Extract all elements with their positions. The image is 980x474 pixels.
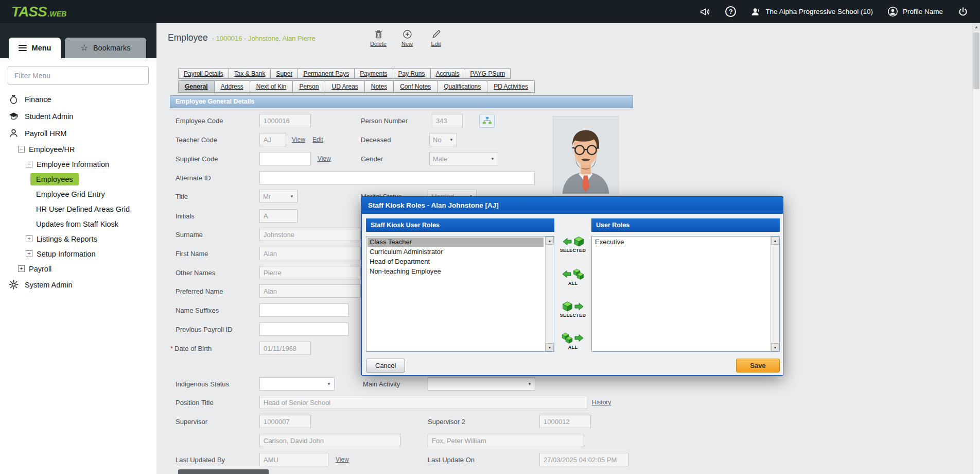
previous-payroll-id-input[interactable] bbox=[259, 323, 348, 336]
tab-pay-runs[interactable]: Pay Runs bbox=[393, 68, 431, 79]
expand-icon[interactable]: + bbox=[26, 250, 32, 257]
list-item-curriculum-administrator[interactable]: Curriculum Administrator bbox=[367, 247, 544, 257]
position-title-history-link[interactable]: History bbox=[592, 396, 611, 410]
listbox-scrollbar[interactable]: ▲ ▼ bbox=[771, 236, 779, 351]
supplier-code-view-link[interactable]: View bbox=[318, 152, 331, 166]
edit-button[interactable]: Edit bbox=[424, 29, 448, 47]
deceased-select[interactable]: No▼ bbox=[429, 133, 457, 146]
sidebar-item-setup-information[interactable]: + Setup Information bbox=[0, 246, 156, 261]
last-updated-by-view-link[interactable]: View bbox=[336, 453, 349, 467]
sidebar-item-employees[interactable]: Employees bbox=[0, 172, 156, 187]
tab-tax-bank[interactable]: Tax & Bank bbox=[229, 68, 271, 79]
sidebar-item-finance[interactable]: Finance bbox=[0, 91, 156, 108]
vertical-scrollbar[interactable]: ▲ bbox=[972, 23, 980, 474]
tab-qualifications[interactable]: Qualifications bbox=[437, 80, 487, 93]
scroll-down-icon[interactable]: ▼ bbox=[546, 343, 554, 351]
move-all-right-button[interactable]: ALL bbox=[558, 332, 588, 350]
last-update-on-input[interactable] bbox=[539, 453, 628, 466]
initials-input[interactable] bbox=[259, 209, 297, 223]
alternate-id-input[interactable] bbox=[259, 171, 535, 184]
sidebar-item-student-admin[interactable]: Student Admin bbox=[0, 108, 156, 125]
tab-conf-notes[interactable]: Conf Notes bbox=[393, 80, 437, 93]
tab-person[interactable]: Person bbox=[292, 80, 325, 93]
scroll-up-icon[interactable]: ▲ bbox=[973, 23, 980, 31]
move-selected-right-button[interactable]: SELECTED bbox=[558, 301, 588, 318]
scroll-up-icon[interactable]: ▲ bbox=[771, 236, 779, 245]
filter-menu-input[interactable] bbox=[8, 66, 149, 85]
tab-next-of-kin[interactable]: Next of Kin bbox=[250, 80, 293, 93]
main-activity-select[interactable]: ▼ bbox=[428, 377, 535, 391]
sidebar-item-updates-from-staff-kiosk[interactable]: Updates from Staff Kiosk bbox=[0, 216, 156, 231]
supervisor2-name-input[interactable] bbox=[428, 434, 584, 447]
tab-accruals[interactable]: Accruals bbox=[430, 68, 465, 79]
preferred-name-input[interactable] bbox=[259, 284, 361, 298]
list-item-class-teacher[interactable]: Class Teacher bbox=[367, 238, 544, 247]
scroll-up-icon[interactable]: ▲ bbox=[546, 236, 554, 245]
listbox-scrollbar[interactable]: ▲ ▼ bbox=[545, 236, 554, 351]
name-suffixes-input[interactable] bbox=[259, 303, 348, 317]
menu-tab[interactable]: Menu bbox=[9, 38, 61, 58]
sidebar-item-system-admin[interactable]: System Admin bbox=[0, 276, 156, 293]
teacher-code-edit-link[interactable]: Edit bbox=[312, 133, 323, 147]
supervisor2-input[interactable] bbox=[539, 415, 591, 428]
tab-notes[interactable]: Notes bbox=[364, 80, 394, 93]
list-item-executive[interactable]: Executive bbox=[593, 238, 769, 247]
gender-select[interactable]: Male▼ bbox=[429, 152, 498, 165]
tass-web-logo[interactable]: TASS .WEB bbox=[11, 4, 66, 20]
new-button[interactable]: New bbox=[395, 29, 419, 47]
tab-ud-areas[interactable]: UD Areas bbox=[325, 80, 364, 93]
delete-button[interactable]: Delete bbox=[366, 29, 390, 47]
sidebar-item-employee-hr[interactable]: − Employee/HR bbox=[0, 142, 156, 157]
position-title-input[interactable] bbox=[259, 396, 587, 409]
supervisor-input[interactable] bbox=[259, 415, 311, 428]
sidebar-item-employee-grid-entry[interactable]: Employee Grid Entry bbox=[0, 187, 156, 201]
move-all-left-button[interactable]: ALL bbox=[558, 268, 588, 286]
tab-permanent-pays[interactable]: Permanent Pays bbox=[297, 68, 355, 79]
list-item-head-of-department[interactable]: Head of Department bbox=[367, 257, 544, 266]
collapse-icon[interactable]: − bbox=[18, 146, 25, 153]
profile-menu[interactable]: Profile Name bbox=[887, 6, 943, 17]
tab-payroll-details[interactable]: Payroll Details bbox=[178, 68, 229, 79]
tab-general[interactable]: General bbox=[178, 80, 215, 93]
bookmarks-tab[interactable]: ☆ Bookmarks bbox=[65, 38, 146, 58]
sidebar-item-employee-information[interactable]: − Employee Information bbox=[0, 157, 156, 172]
tab-pd-activities[interactable]: PD Activities bbox=[487, 80, 535, 93]
tab-payments[interactable]: Payments bbox=[354, 68, 393, 79]
sidebar-item-listings-reports[interactable]: + Listings & Reports bbox=[0, 231, 156, 246]
tab-super[interactable]: Super bbox=[270, 68, 298, 79]
employee-code-input[interactable] bbox=[259, 114, 311, 127]
supervisor-name-input[interactable] bbox=[259, 434, 400, 447]
sidebar-item-payroll-hrm[interactable]: Payroll HRM bbox=[0, 125, 156, 142]
other-names-input[interactable] bbox=[259, 266, 361, 279]
indigenous-status-select[interactable]: ▼ bbox=[259, 377, 335, 391]
cancel-button[interactable]: Cancel bbox=[366, 359, 405, 373]
last-updated-by-input[interactable] bbox=[259, 453, 328, 466]
expand-icon[interactable]: + bbox=[18, 265, 25, 272]
school-switcher[interactable]: The Alpha Progressive School (10) bbox=[750, 7, 873, 17]
sidebar-item-hr-user-defined-areas-grid[interactable]: HR User Defined Areas Grid bbox=[0, 201, 156, 216]
tab-payg-psum[interactable]: PAYG PSum bbox=[465, 68, 511, 79]
surname-input[interactable] bbox=[259, 228, 361, 241]
sidebar-item-payroll[interactable]: + Payroll bbox=[0, 261, 156, 276]
graduation-cap-icon bbox=[8, 111, 19, 122]
scrollbar-thumb[interactable] bbox=[973, 32, 979, 89]
announcements-icon[interactable] bbox=[699, 6, 711, 18]
save-button[interactable]: Save bbox=[736, 359, 780, 373]
tab-address[interactable]: Address bbox=[214, 80, 250, 93]
teacher-code-view-link[interactable]: View bbox=[292, 133, 305, 147]
scroll-down-icon[interactable]: ▼ bbox=[771, 343, 779, 351]
expand-icon[interactable]: + bbox=[26, 235, 32, 242]
help-icon[interactable]: ? bbox=[725, 6, 736, 17]
title-select[interactable]: Mr▼ bbox=[259, 190, 297, 203]
date-of-birth-input[interactable] bbox=[259, 342, 311, 355]
supplier-code-input[interactable] bbox=[259, 152, 311, 165]
org-chart-button[interactable] bbox=[479, 114, 495, 128]
collapse-icon[interactable]: − bbox=[26, 161, 32, 167]
gender-label: Gender bbox=[361, 152, 383, 166]
power-icon[interactable] bbox=[957, 6, 969, 18]
teacher-code-input[interactable] bbox=[259, 133, 286, 146]
first-name-input[interactable] bbox=[259, 247, 361, 260]
list-item-non-teaching-employee[interactable]: Non-teaching Employee bbox=[367, 267, 544, 276]
move-selected-left-button[interactable]: SELECTED bbox=[558, 236, 588, 253]
person-number-input[interactable] bbox=[432, 114, 463, 127]
